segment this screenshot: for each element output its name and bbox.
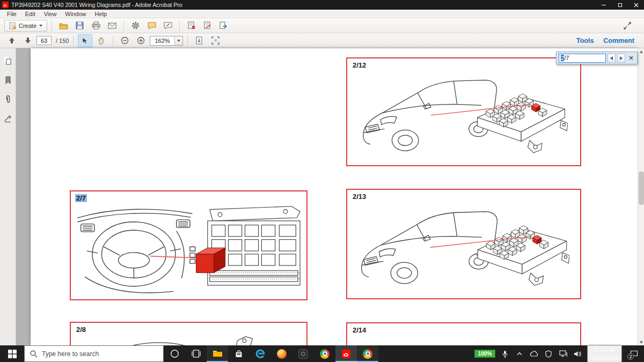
diagram-panel-2-14: 2/14 <box>346 322 581 345</box>
sign-certify-button[interactable] <box>184 19 199 32</box>
acrobat-taskbar-icon <box>341 349 351 359</box>
action-center-button[interactable]: 2 <box>627 345 641 362</box>
zoom-in-button[interactable] <box>134 34 148 47</box>
maximize-button[interactable] <box>612 0 628 10</box>
task-view-button[interactable] <box>185 345 207 362</box>
menu-help[interactable]: Help <box>91 11 111 17</box>
minimize-button[interactable] <box>596 0 612 10</box>
file-explorer-button[interactable] <box>207 345 228 362</box>
page-display-button[interactable] <box>192 34 207 47</box>
print-button[interactable] <box>89 19 103 32</box>
camera-app-button[interactable] <box>292 345 314 362</box>
camera-lens-icon <box>301 352 305 356</box>
page-view-icon <box>195 36 203 45</box>
scrollbar-thumb[interactable] <box>639 172 644 205</box>
create-button[interactable]: Create <box>4 20 47 32</box>
comment-button[interactable] <box>144 19 159 32</box>
email-icon <box>108 23 116 29</box>
page-count-label: / 150 <box>56 38 69 44</box>
sign-seal-icon <box>188 21 195 29</box>
hand-tool-button[interactable] <box>94 34 108 47</box>
customize-toolbar-button[interactable] <box>620 19 634 32</box>
vertical-scrollbar[interactable] <box>638 48 644 345</box>
open-file-button[interactable] <box>56 19 71 32</box>
diagram-label: 2/8 <box>75 326 87 334</box>
find-previous-button[interactable] <box>608 54 616 63</box>
next-page-button[interactable] <box>20 34 35 47</box>
network-tray-button[interactable] <box>558 349 568 359</box>
diagram-label: 2/13 <box>352 193 367 201</box>
main-area: 2/12 2/7 <box>0 48 644 345</box>
previous-page-button[interactable] <box>4 34 19 47</box>
security-tray-button[interactable] <box>544 349 553 359</box>
send-file-button[interactable] <box>216 19 231 32</box>
email-button[interactable] <box>105 19 119 32</box>
bookmarks-panel-icon <box>5 76 11 84</box>
toolbar-separator <box>73 35 74 46</box>
network-icon <box>559 350 567 357</box>
menu-window[interactable]: Window <box>61 11 90 17</box>
scroll-up-icon <box>640 50 643 53</box>
clock-time: 3:25 PM <box>590 346 619 353</box>
onedrive-tray-button[interactable] <box>529 349 539 359</box>
menu-edit[interactable]: Edit <box>21 11 39 17</box>
bookmarks-panel-button[interactable] <box>2 74 14 86</box>
acrobat-taskbar-button[interactable] <box>335 345 357 362</box>
firefox-button[interactable] <box>271 345 292 362</box>
attachments-panel-button[interactable] <box>2 93 14 105</box>
acrobat-app-icon <box>2 2 9 8</box>
page-number-input[interactable]: 63 <box>36 36 52 45</box>
expand-toolbar-icon <box>624 22 631 29</box>
zoom-value[interactable]: 162% <box>150 38 174 44</box>
zoom-out-button[interactable] <box>118 34 132 47</box>
diagram-panel-2-12: 2/12 <box>346 57 581 166</box>
send-icon <box>219 21 228 29</box>
clock-date: 10/15/2019 <box>590 354 619 361</box>
cortana-button[interactable] <box>164 345 185 362</box>
cortana-icon <box>170 349 179 358</box>
sign-document-button[interactable] <box>200 19 215 32</box>
maximize-icon <box>618 3 622 7</box>
menu-file[interactable]: File <box>3 11 20 17</box>
tools-panel-button[interactable]: Tools <box>576 37 594 45</box>
store-button[interactable] <box>228 345 250 362</box>
find-input[interactable]: 2/7 <box>559 54 606 63</box>
edge-button[interactable] <box>250 345 271 362</box>
zoom-out-icon <box>121 36 129 45</box>
scroll-down-button[interactable] <box>638 339 644 345</box>
chrome-button[interactable] <box>314 345 335 362</box>
scroll-up-button[interactable] <box>638 48 644 55</box>
chrome-icon <box>320 349 330 359</box>
settings-button[interactable] <box>128 19 143 32</box>
save-button[interactable] <box>72 19 87 32</box>
car-fusebox-diagram <box>348 69 579 164</box>
zoom-dropdown-button[interactable] <box>174 36 182 45</box>
diagram-panel-2-7: 2/7 <box>70 190 308 300</box>
firefox-icon <box>277 349 287 359</box>
taskbar-search-input[interactable]: Type here to search <box>24 345 164 362</box>
title-bar: TP3949202 S40 V40 2001 Wiring Diagrams.p… <box>0 0 644 10</box>
annotate-button[interactable] <box>160 19 175 32</box>
menu-view[interactable]: View <box>40 11 61 17</box>
fit-window-button[interactable] <box>208 34 223 47</box>
microphone-tray-button[interactable] <box>500 349 510 359</box>
find-close-icon <box>629 56 633 60</box>
comment-panel-button[interactable]: Comment <box>603 37 634 45</box>
find-next-button[interactable] <box>617 54 625 63</box>
volume-tray-button[interactable] <box>573 349 582 359</box>
fit-window-icon <box>211 36 219 45</box>
find-close-button[interactable] <box>627 54 635 63</box>
select-cursor-icon <box>82 37 88 45</box>
taskbar-clock[interactable]: 3:25 PM 10/15/2019 <box>587 345 622 362</box>
mic-icon <box>502 350 508 358</box>
close-button[interactable] <box>628 0 644 10</box>
select-tool-button[interactable] <box>78 34 92 47</box>
open-folder-icon <box>59 22 69 29</box>
signatures-panel-button[interactable] <box>2 113 14 124</box>
chrome-active-button[interactable] <box>357 345 378 362</box>
partial-diagram <box>72 334 305 345</box>
show-hidden-icons-button[interactable] <box>515 349 524 359</box>
pdf-page[interactable]: 2/12 2/7 <box>31 48 638 345</box>
pages-panel-button[interactable] <box>2 55 14 67</box>
start-button[interactable] <box>0 345 24 362</box>
